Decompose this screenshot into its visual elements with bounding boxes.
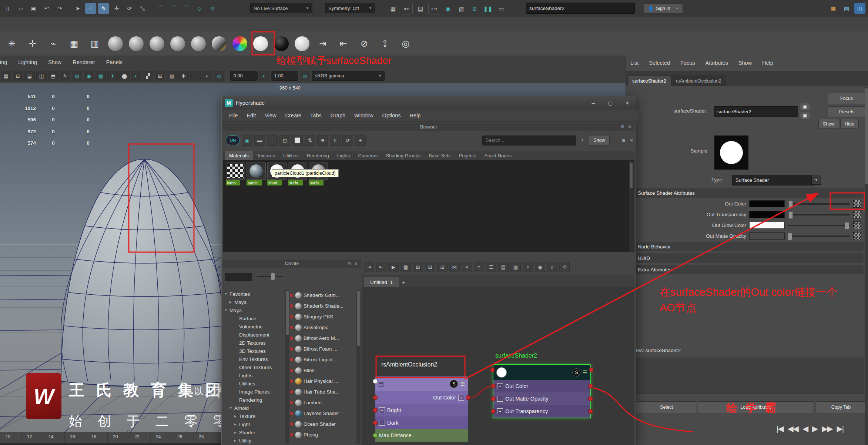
expand-plus-icon[interactable]: + [497,383,503,389]
create-node-item[interactable]: Layered Shader [290,408,356,419]
texture-map-button[interactable] [853,211,861,218]
add-tab-button[interactable]: + [399,277,409,287]
vp-xray-icon[interactable]: ▨ [167,71,177,81]
shelf-checker-icon[interactable]: ▦ [66,34,82,53]
gamma-toggle-icon[interactable]: ◎ [300,71,310,81]
category-tab[interactable]: Bake Sets [425,151,455,160]
vp-ao-icon[interactable]: ◐ [131,71,141,81]
snap-plane-icon[interactable]: ◇ [194,3,205,14]
tree-item[interactable]: ▶ Maya [223,298,284,306]
presets-button[interactable]: Presets [828,106,865,117]
value-slider[interactable] [788,200,850,208]
playback-button[interactable]: ▶ [812,424,817,433]
node-tab[interactable]: rsAmbientOcclusion2 [671,76,726,86]
vp-lights-icon[interactable]: ☀ [107,71,118,81]
scrollbar[interactable] [356,290,361,444]
swatch-size-slider[interactable] [257,276,283,277]
color-wheel-icon[interactable] [232,34,248,53]
value-slider[interactable] [788,232,850,240]
tree-item[interactable]: Image Planes [223,388,284,396]
shader-attribute-row[interactable]: + Out Matte Opacity [493,392,590,405]
open-scene-icon[interactable]: ▱ [15,3,26,14]
lambert-sphere-icon[interactable] [107,34,124,53]
playback-button[interactable]: |◀ [777,424,783,433]
ao-bright-row[interactable]: + Bright [375,404,468,416]
create-node-item[interactable]: Shaderfx Shade... [290,301,356,311]
value-slider[interactable] [788,211,850,219]
chevron-down-icon[interactable]: ▼ [811,175,821,185]
slider-handle[interactable] [845,222,849,230]
create-node-item[interactable]: Hair Tube Sha... [290,387,356,397]
section-surface-shader-attributes[interactable]: Surface Shader Attributes [629,188,864,198]
ao-out-color-row[interactable]: Out Color + [375,391,468,404]
float-panel-icon[interactable]: ⊞ [621,137,627,143]
ne-snap-grid-icon[interactable]: # [547,262,557,272]
panel-menu-item[interactable]: Lighting [18,59,37,65]
panel-menu-item[interactable]: Renderer [73,59,95,65]
vp-gamma-icon[interactable]: ◎ [214,71,224,81]
undo-icon[interactable]: ↶ [41,3,52,14]
tree-item[interactable]: ▶ Utility [223,436,284,444]
node-port[interactable] [373,408,378,413]
view-transform-dropdown[interactable]: sRGB gamma▼ [312,71,385,81]
vp-joints-icon[interactable]: ✚ [178,71,189,81]
hs-sort-name-icon[interactable]: ≡ [317,135,328,146]
show-button[interactable]: Show [589,135,610,145]
menu-item[interactable]: Selected [649,60,670,66]
ne-pin-icon[interactable]: ⌗ [462,262,472,272]
close-panel-icon[interactable]: ✕ [627,124,633,130]
create-node-item[interactable]: Bifrost Foam ... [290,344,356,354]
make-live-icon[interactable]: ⊙ [207,3,218,14]
type-dropdown[interactable]: Surface Shader [732,175,814,185]
float-panel-icon[interactable]: ⊞ [620,124,626,130]
create-node-item[interactable]: Bifrost Aero M... [290,333,356,344]
render-sequence-icon[interactable]: ◉ [442,3,453,14]
playback-button[interactable]: ▶| [837,424,844,433]
color-swatch[interactable] [749,200,785,207]
tree-item[interactable]: Other Textures [223,363,284,371]
create-node-item[interactable]: Blinn [290,365,356,376]
search-input[interactable] [482,135,576,145]
hs-filter-icon[interactable]: ⌗ [330,135,341,146]
panel-menu-item[interactable]: Panels [106,59,123,65]
expand-plus-icon[interactable]: + [379,420,385,426]
outliner-icon[interactable]: ▤ [841,3,852,14]
batch-render-icon[interactable]: ⇥ [315,34,331,53]
slider-handle[interactable] [788,233,792,240]
vp-shadows-icon[interactable]: ⬤ [119,71,130,81]
panel-menu-item[interactable]: Shading [0,59,7,65]
ramp-shader-icon[interactable] [211,34,227,53]
hs-medium-swatch-icon[interactable]: ◻ [279,135,290,146]
texture-map-button[interactable] [853,232,861,240]
lasso-tool-icon[interactable]: ◌ [85,3,96,14]
vp-sep-icon[interactable] [190,71,201,81]
node-port[interactable] [491,409,496,414]
ao-node-header[interactable]: ▤ S ☰ [375,377,468,391]
category-tab[interactable]: Asset Nodes [480,151,516,160]
tree-item[interactable]: Surface [223,314,284,322]
category-tab[interactable]: Utilities [279,151,303,160]
node-port[interactable] [491,384,496,389]
shelf-shadow-icon[interactable]: ▥ [87,34,103,53]
node-port[interactable] [466,395,470,400]
tree-item[interactable]: ▼ Arnold [223,404,284,412]
surface-shader-black-sphere-icon[interactable] [273,34,289,53]
close-panel-icon[interactable]: ✕ [629,137,634,143]
exposure-field[interactable]: 0.00 [230,71,258,81]
ne-custom-mode-icon[interactable]: ▥ [510,262,521,272]
menu-item[interactable]: Help [405,113,425,118]
show-button[interactable]: Show [818,119,839,129]
blinn-sphere-icon[interactable] [128,34,144,53]
float-panel-icon[interactable]: ⊞ [346,261,352,267]
node-port[interactable] [490,368,495,372]
category-tab[interactable]: Textures [253,151,279,160]
hs-large-swatch-icon[interactable]: ⬜ [292,135,303,146]
hs-pin-icon[interactable]: ⌖ [355,135,366,146]
create-node-item[interactable]: Ocean Shader [290,419,356,429]
node-port[interactable] [491,397,496,401]
new-scene-icon[interactable]: ▯ [2,3,13,14]
snap-point-icon[interactable]: ⌒ [181,3,192,14]
time-slider[interactable]: 10121416182022242628 [0,432,221,443]
hide-button[interactable]: Hide [840,119,859,129]
vp-grease-icon[interactable]: ✎ [60,71,70,81]
